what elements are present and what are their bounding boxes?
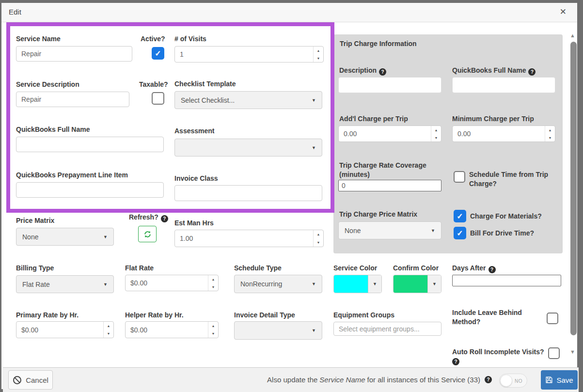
- scroll-down-icon[interactable]: ▼: [570, 349, 575, 355]
- toggle-knob[interactable]: [500, 375, 512, 387]
- primary-rate-spinner[interactable]: ▲ ▼: [103, 322, 113, 338]
- helper-rate-input[interactable]: $0.00 ▲ ▼: [125, 321, 219, 338]
- service-name-input[interactable]: [16, 46, 132, 62]
- min-charge-input[interactable]: 0.00 ▲ ▼: [452, 125, 555, 142]
- checklist-template-label: Checklist Template: [174, 80, 236, 88]
- spinner-up-icon[interactable]: ▲: [314, 230, 323, 238]
- modal-title: Edit: [9, 8, 21, 16]
- spinner-down-icon[interactable]: ▼: [545, 134, 555, 141]
- est-man-hrs-label: Est Man Hrs: [174, 219, 214, 227]
- addl-charge-spinner[interactable]: ▲ ▼: [431, 126, 441, 141]
- spinner-down-icon[interactable]: ▼: [314, 238, 323, 247]
- spinner-up-icon[interactable]: ▲: [314, 47, 323, 54]
- spinner-down-icon[interactable]: ▼: [104, 330, 113, 338]
- helper-rate-label: Helper Rate by Hr.: [125, 311, 184, 319]
- help-icon[interactable]: ?: [488, 266, 496, 273]
- refresh-button[interactable]: [138, 226, 157, 242]
- spinner-up-icon[interactable]: ▲: [208, 275, 218, 283]
- checklist-template-select[interactable]: Select Checklist... ▼: [174, 91, 322, 109]
- cancel-label: Cancel: [26, 376, 48, 384]
- schedule-type-value: NonRecurring: [240, 280, 282, 288]
- spinner-down-icon[interactable]: ▼: [314, 54, 323, 62]
- num-visits-value[interactable]: 1: [175, 47, 313, 62]
- num-visits-spinner[interactable]: ▲ ▼: [313, 47, 323, 62]
- spinner-up-icon[interactable]: ▲: [545, 126, 555, 134]
- service-color-select[interactable]: ▼: [333, 275, 382, 293]
- note-italic-text: Service Name: [319, 376, 365, 384]
- flat-rate-input[interactable]: $0.00 ▲ ▼: [125, 275, 219, 291]
- service-color-label: Service Color: [333, 264, 377, 272]
- scrollbar-thumb[interactable]: [570, 42, 577, 335]
- chevron-down-icon[interactable]: ▼: [368, 275, 381, 293]
- include-leave-behind-checkbox[interactable]: ✓: [547, 313, 558, 324]
- bill-drive-time-checkbox[interactable]: ✓: [454, 227, 466, 239]
- scroll-up-icon[interactable]: ▲: [570, 32, 575, 38]
- invoice-detail-type-select[interactable]: ▼: [234, 321, 322, 340]
- assessment-label: Assessment: [174, 127, 215, 135]
- rate-coverage-input[interactable]: [338, 180, 441, 191]
- auto-roll-checkbox[interactable]: ✓: [548, 347, 560, 359]
- help-icon[interactable]: ?: [379, 68, 386, 76]
- service-description-input[interactable]: [16, 92, 129, 107]
- qb-full-name-input[interactable]: [16, 137, 164, 152]
- qb-prepayment-input[interactable]: [16, 182, 164, 198]
- trip-price-matrix-label: Trip Charge Price Matrix: [339, 210, 417, 218]
- days-after-input[interactable]: [452, 275, 561, 286]
- save-label: Save: [556, 376, 573, 384]
- spinner-up-icon[interactable]: ▲: [104, 322, 113, 330]
- equipment-groups-input[interactable]: [333, 322, 441, 336]
- help-icon[interactable]: ?: [161, 215, 168, 222]
- invoice-class-input[interactable]: [174, 185, 322, 201]
- update-all-toggle[interactable]: NO: [499, 374, 527, 388]
- helper-rate-value[interactable]: $0.00: [126, 322, 208, 338]
- primary-rate-input[interactable]: $0.00 ▲ ▼: [16, 321, 114, 338]
- auto-roll-label: Auto Roll Incomplete Visits?: [452, 348, 554, 356]
- est-man-hrs-value[interactable]: 1.00: [175, 230, 313, 247]
- edit-service-modal: Edit ✕ Service Name Active? ✓ # of Visit…: [1, 3, 577, 389]
- trip-price-matrix-select[interactable]: None ▼: [338, 221, 441, 239]
- primary-rate-value[interactable]: $0.00: [16, 322, 103, 338]
- flat-rate-value[interactable]: $0.00: [126, 275, 208, 291]
- chevron-down-icon: ▼: [431, 228, 435, 233]
- est-man-hrs-input[interactable]: 1.00 ▲ ▼: [174, 230, 324, 247]
- qb-full-name-label: QuickBooks Full Name: [16, 125, 90, 133]
- charge-materials-checkbox[interactable]: ✓: [454, 210, 466, 222]
- schedule-type-label: Schedule Type: [234, 264, 282, 272]
- help-icon[interactable]: ?: [452, 358, 459, 365]
- schedule-type-select[interactable]: NonRecurring ▼: [234, 275, 322, 293]
- addl-charge-input[interactable]: 0.00 ▲ ▼: [338, 125, 441, 142]
- help-icon[interactable]: ?: [528, 68, 536, 76]
- spinner-down-icon[interactable]: ▼: [208, 330, 218, 338]
- addl-charge-label: Add'l Charge per Trip: [339, 115, 408, 123]
- spinner-down-icon[interactable]: ▼: [431, 134, 441, 141]
- taxable-checkbox[interactable]: ✓: [152, 92, 164, 105]
- price-matrix-select[interactable]: None ▼: [16, 228, 114, 246]
- chevron-down-icon[interactable]: ▼: [427, 275, 441, 293]
- est-man-hrs-spinner[interactable]: ▲ ▼: [313, 230, 323, 247]
- price-matrix-value: None: [22, 233, 38, 241]
- close-icon[interactable]: ✕: [560, 7, 567, 17]
- confirm-color-select[interactable]: ▼: [393, 275, 441, 293]
- checklist-template-value: Select Checklist...: [181, 96, 235, 104]
- spinner-up-icon[interactable]: ▲: [431, 126, 441, 134]
- schedule-time-checkbox[interactable]: ✓: [454, 171, 465, 183]
- min-charge-spinner[interactable]: ▲ ▼: [545, 126, 555, 141]
- min-charge-value[interactable]: 0.00: [453, 126, 545, 141]
- check-icon: ✓: [155, 49, 161, 58]
- trip-description-input[interactable]: [338, 77, 441, 93]
- trip-qb-full-name-input[interactable]: [452, 77, 555, 93]
- cancel-button[interactable]: Cancel: [8, 370, 53, 390]
- billing-type-select[interactable]: Flat Rate ▼: [16, 275, 114, 293]
- help-icon[interactable]: ?: [485, 376, 492, 383]
- spinner-up-icon[interactable]: ▲: [208, 322, 218, 330]
- modal-header: Edit ✕: [1, 3, 577, 22]
- save-button[interactable]: Save: [541, 370, 578, 390]
- spinner-down-icon[interactable]: ▼: [208, 283, 218, 291]
- addl-charge-value[interactable]: 0.00: [339, 126, 431, 141]
- num-visits-input[interactable]: 1 ▲ ▼: [174, 46, 324, 63]
- helper-rate-spinner[interactable]: ▲ ▼: [208, 322, 218, 338]
- chevron-down-icon: ▼: [103, 282, 108, 287]
- flat-rate-spinner[interactable]: ▲ ▼: [208, 275, 218, 291]
- assessment-select[interactable]: ▼: [174, 139, 322, 157]
- active-checkbox[interactable]: ✓: [152, 47, 164, 60]
